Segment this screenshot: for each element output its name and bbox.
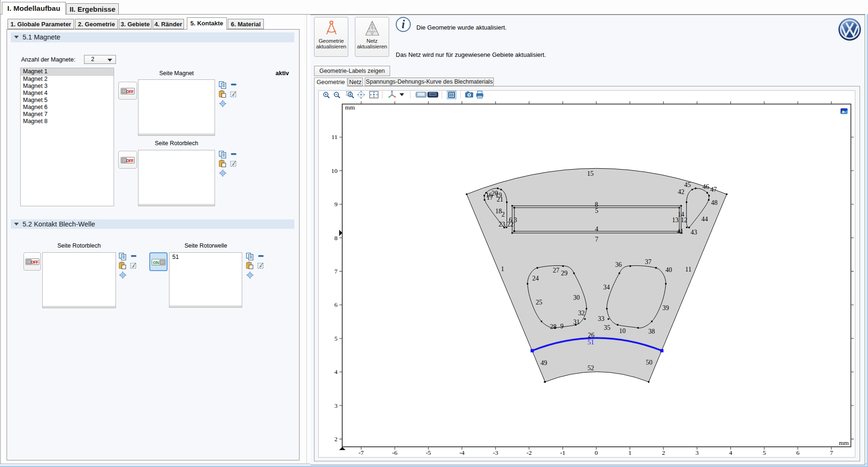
svg-text:31: 31: [573, 319, 580, 326]
svg-text:50: 50: [646, 359, 653, 366]
svg-text:mm: mm: [345, 104, 355, 111]
svg-text:5: 5: [763, 449, 766, 456]
svg-text:6: 6: [334, 301, 338, 308]
svg-text:30: 30: [573, 294, 580, 301]
svg-text:24: 24: [532, 275, 539, 282]
svg-text:39: 39: [662, 304, 669, 311]
svg-text:17: 17: [487, 194, 493, 201]
svg-text:11: 11: [331, 133, 338, 140]
svg-text:37: 37: [645, 258, 652, 265]
svg-text:27: 27: [553, 267, 560, 274]
svg-text:48: 48: [711, 199, 718, 206]
svg-text:-5: -5: [426, 449, 431, 456]
svg-text:45: 45: [684, 181, 691, 188]
svg-text:-3: -3: [493, 449, 498, 456]
svg-text:28: 28: [550, 323, 556, 330]
svg-text:-2: -2: [526, 449, 531, 456]
svg-text:7: 7: [830, 449, 833, 456]
svg-text:4: 4: [595, 226, 599, 233]
svg-text:10: 10: [619, 327, 626, 335]
svg-text:51: 51: [588, 339, 594, 346]
svg-text:34: 34: [603, 284, 610, 291]
svg-text:43: 43: [691, 229, 697, 236]
svg-text:6: 6: [509, 217, 512, 224]
svg-text:-6: -6: [392, 449, 397, 456]
svg-text:2: 2: [501, 211, 505, 218]
svg-text:3: 3: [334, 402, 338, 409]
svg-text:33: 33: [598, 315, 605, 322]
svg-text:3: 3: [514, 217, 517, 224]
svg-text:15: 15: [587, 170, 594, 177]
svg-text:35: 35: [604, 324, 610, 331]
svg-text:26: 26: [588, 332, 594, 339]
svg-text:29: 29: [561, 270, 568, 277]
svg-text:46: 46: [703, 183, 709, 190]
svg-text:6: 6: [796, 449, 799, 456]
svg-text:38: 38: [648, 328, 655, 335]
svg-text:5: 5: [334, 335, 338, 342]
svg-text:4: 4: [729, 449, 732, 456]
svg-text:5: 5: [595, 207, 599, 214]
svg-text:9: 9: [334, 201, 338, 208]
svg-text:mm: mm: [839, 439, 849, 446]
svg-text:2: 2: [334, 436, 338, 443]
svg-text:-7: -7: [359, 449, 364, 456]
svg-text:11: 11: [685, 266, 691, 273]
svg-text:2: 2: [662, 449, 665, 456]
svg-text:40: 40: [665, 266, 672, 273]
svg-text:25: 25: [536, 299, 542, 306]
svg-text:41: 41: [677, 228, 684, 235]
svg-text:36: 36: [615, 261, 622, 268]
svg-text:0: 0: [595, 449, 598, 456]
svg-text:52: 52: [588, 365, 594, 372]
svg-text:4: 4: [334, 368, 338, 375]
svg-text:7: 7: [595, 236, 599, 243]
svg-text:49: 49: [541, 359, 547, 366]
svg-text:32: 32: [578, 310, 585, 317]
svg-text:44: 44: [701, 216, 708, 223]
svg-text:8: 8: [334, 234, 338, 241]
svg-text:9: 9: [560, 323, 563, 330]
svg-text:18: 18: [495, 208, 502, 215]
svg-text:13: 13: [672, 217, 679, 224]
svg-text:10: 10: [331, 167, 338, 174]
svg-text:21: 21: [497, 196, 503, 203]
svg-text:7: 7: [334, 268, 338, 275]
svg-text:-1: -1: [560, 449, 565, 456]
svg-text:1: 1: [501, 265, 504, 272]
svg-text:42: 42: [678, 188, 684, 195]
svg-text:47: 47: [710, 186, 717, 193]
svg-text:12: 12: [681, 217, 687, 224]
svg-text:1: 1: [628, 449, 631, 456]
svg-text:3: 3: [695, 449, 699, 456]
svg-text:-4: -4: [459, 449, 464, 456]
svg-text:23: 23: [499, 221, 505, 228]
